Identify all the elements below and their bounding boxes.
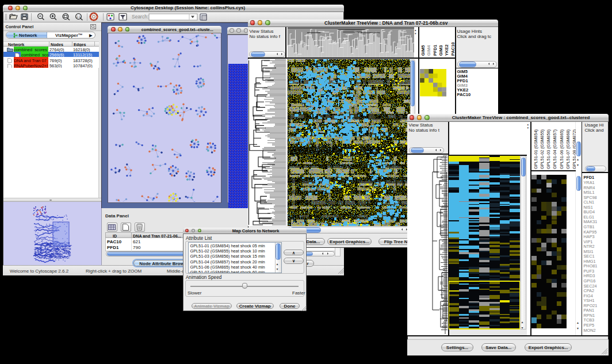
svg-text:Search:: Search: xyxy=(132,14,148,20)
svg-text:1:1: 1:1 xyxy=(77,16,81,18)
